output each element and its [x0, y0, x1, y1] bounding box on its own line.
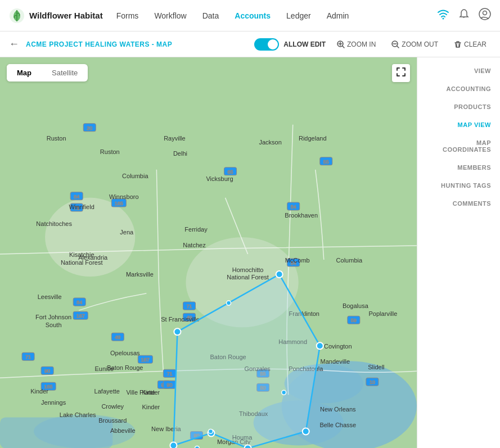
svg-point-3 — [483, 11, 487, 15]
breadcrumb: ACME PROJECT HEALING WATERS - MAP — [26, 40, 247, 48]
map-svg: 20 65 55 165 84 84 49 — [0, 57, 417, 448]
svg-text:71: 71 — [166, 371, 172, 377]
zoom-in-icon — [337, 40, 345, 48]
map-view-toggle: Map Satellite — [7, 64, 88, 82]
fullscreen-button[interactable] — [392, 64, 410, 82]
sidebar-item-hunting-tags[interactable]: HUNTING TAGS — [417, 177, 500, 194]
map-tab-satellite[interactable]: Satellite — [42, 64, 88, 82]
sidebar-item-map-view[interactable]: MAP VIEW — [417, 116, 500, 134]
map-container[interactable]: Map Satellite — [0, 57, 417, 448]
wifi-icon[interactable] — [437, 8, 449, 23]
svg-text:Ruston: Ruston — [47, 135, 66, 142]
svg-text:165: 165 — [115, 201, 123, 206]
zoom-out-icon — [391, 40, 399, 48]
svg-point-1 — [443, 18, 444, 20]
svg-text:Leesville: Leesville — [38, 293, 62, 300]
svg-text:Jennings: Jennings — [41, 399, 66, 406]
zoom-in-button[interactable]: ZOOM IN — [332, 38, 380, 51]
svg-text:Rayville: Rayville — [164, 135, 186, 142]
svg-text:McComb: McComb — [285, 257, 310, 264]
map-tab-map[interactable]: Map — [7, 64, 42, 82]
svg-text:49: 49 — [115, 334, 120, 340]
sidebar-item-comments[interactable]: COMMENTS — [417, 194, 500, 212]
svg-text:Columbia: Columbia — [336, 257, 363, 264]
svg-text:Opelousas: Opelousas — [110, 350, 140, 356]
nav-workflow[interactable]: Workflow — [154, 9, 186, 22]
allow-edit-group: ✓ ALLOW EDIT — [254, 38, 326, 51]
back-button[interactable]: ← — [9, 38, 19, 50]
svg-text:Kinder: Kinder — [30, 388, 48, 395]
svg-text:90: 90 — [44, 368, 50, 374]
zoom-out-button[interactable]: ZOOM OUT — [387, 38, 443, 51]
svg-text:Delhi: Delhi — [173, 150, 187, 157]
svg-text:Belle Chasse: Belle Chasse — [319, 422, 356, 428]
svg-text:Kinder: Kinder — [142, 389, 160, 396]
svg-text:Ferriday: Ferriday — [184, 226, 208, 233]
svg-point-124 — [303, 428, 309, 435]
nav-admin[interactable]: Admin — [327, 9, 349, 22]
check-icon: ✓ — [269, 41, 274, 47]
svg-text:South: South — [46, 322, 62, 328]
svg-text:Lafayette: Lafayette — [94, 388, 120, 395]
sidebar-item-products[interactable]: PRODUCTS — [417, 98, 500, 116]
svg-text:Broussard: Broussard — [98, 417, 127, 424]
svg-point-125 — [245, 445, 251, 448]
svg-text:Winnsboro: Winnsboro — [109, 193, 139, 200]
svg-text:20: 20 — [87, 125, 92, 131]
sidebar-item-map-coordinates[interactable]: MAP COORDINATES — [417, 134, 500, 159]
nav-icons — [437, 8, 491, 23]
svg-text:Lake Charles: Lake Charles — [60, 411, 96, 418]
sidebar-item-accounting[interactable]: ACCOUNTING — [417, 80, 500, 98]
allow-edit-label: ALLOW EDIT — [283, 40, 326, 48]
brand-name: Wildflower Habitat — [29, 11, 103, 20]
sidebar-item-members[interactable]: MEMBERS — [417, 159, 500, 177]
svg-text:55: 55 — [323, 159, 329, 165]
svg-text:10: 10 — [370, 379, 375, 385]
svg-text:Ruston: Ruston — [100, 148, 120, 155]
sidebar-item-view[interactable]: VIEW — [417, 62, 500, 80]
nav-forms[interactable]: Forms — [116, 9, 139, 22]
svg-point-131 — [195, 446, 199, 448]
svg-text:St Francisville: St Francisville — [161, 316, 199, 323]
svg-text:Winnfield: Winnfield — [69, 203, 94, 210]
svg-text:Slidell: Slidell — [368, 364, 384, 370]
brand: Wildflower Habitat — [9, 8, 103, 24]
allow-edit-toggle[interactable]: ✓ — [254, 38, 279, 51]
nav-data[interactable]: Data — [202, 9, 219, 22]
svg-point-123 — [317, 342, 323, 349]
svg-point-130 — [282, 390, 286, 395]
bell-icon[interactable] — [458, 8, 470, 22]
svg-text:Eunice: Eunice — [94, 365, 114, 372]
user-icon[interactable] — [479, 8, 491, 23]
right-sidebar: VIEW ACCOUNTING PRODUCTS MAP VIEW MAP CO… — [417, 57, 500, 448]
svg-text:Jena: Jena — [120, 229, 134, 236]
svg-text:Covington: Covington — [324, 343, 352, 350]
svg-point-127 — [170, 442, 177, 448]
svg-text:Marksville: Marksville — [126, 271, 154, 278]
svg-text:90: 90 — [166, 382, 172, 388]
svg-text:167: 167 — [76, 313, 85, 319]
leaf-icon — [9, 8, 25, 24]
svg-text:Brookhaven: Brookhaven — [285, 212, 318, 219]
clear-button[interactable]: CLEAR — [449, 38, 491, 51]
svg-text:84: 84 — [291, 204, 296, 210]
svg-text:New Orleans: New Orleans — [320, 406, 356, 413]
svg-text:Kinder: Kinder — [142, 404, 160, 410]
svg-text:84: 84 — [74, 194, 79, 200]
svg-text:71: 71 — [25, 354, 31, 360]
svg-text:Mandeville: Mandeville — [321, 358, 350, 365]
svg-point-121 — [174, 328, 181, 335]
svg-text:Jackson: Jackson — [259, 139, 281, 146]
fullscreen-icon — [397, 67, 406, 76]
svg-text:65: 65 — [228, 169, 233, 175]
nav-ledger[interactable]: Ledger — [286, 9, 311, 22]
svg-text:Fort Johnson: Fort Johnson — [35, 314, 71, 320]
svg-text:Bogalusa: Bogalusa — [343, 302, 369, 309]
svg-point-128 — [227, 301, 231, 305]
toolbar: ← ACME PROJECT HEALING WATERS - MAP ✓ AL… — [0, 31, 500, 57]
svg-text:Ridgeland: Ridgeland — [299, 135, 327, 142]
svg-text:Homochitto: Homochitto — [232, 266, 264, 273]
svg-text:National Forest: National Forest — [61, 259, 103, 266]
nav-accounts[interactable]: Accounts — [235, 9, 271, 22]
svg-text:Columbia: Columbia — [122, 173, 148, 179]
